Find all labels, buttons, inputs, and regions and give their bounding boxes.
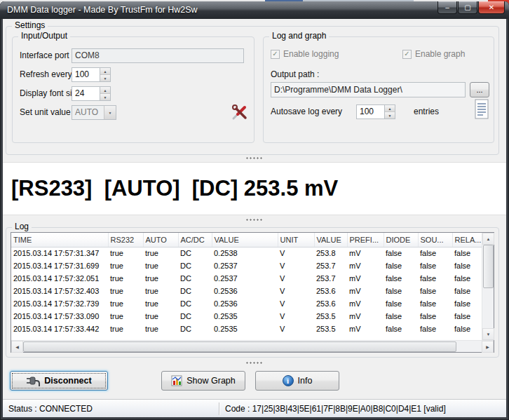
log-cell: 0.2538 — [212, 247, 278, 259]
interface-port-label: Interface port — [20, 48, 69, 63]
connection-status-text: Status : CONNECTED — [8, 404, 93, 414]
log-cell: 2015.03.14 17:57:31.699 — [11, 259, 108, 272]
refresh-rate-spinner[interactable]: 100 ▲ ▼ — [72, 67, 111, 82]
log-column-header[interactable]: AUTO — [143, 233, 178, 247]
log-cell: mV — [347, 323, 384, 335]
log-column-header[interactable]: AC/DC — [178, 233, 212, 247]
browse-button[interactable]: ... — [470, 82, 489, 97]
spin-down-button[interactable]: ▼ — [100, 75, 110, 81]
log-column-header[interactable]: PREFI... — [347, 233, 384, 247]
font-size-value[interactable]: 24 — [72, 86, 100, 101]
unit-value-combo[interactable]: AUTO ▼ — [72, 105, 116, 120]
spin-up-button[interactable]: ▲ — [385, 105, 395, 112]
log-cell: false — [452, 310, 482, 323]
log-cell: V — [278, 247, 314, 259]
close-button[interactable]: ✕ — [478, 1, 505, 14]
log-cell: 2015.03.14 17:57:32.051 — [11, 272, 108, 285]
output-path-field[interactable]: D:\Programme\DMM Data Logger\ — [271, 82, 466, 97]
refresh-rate-value[interactable]: 100 — [72, 67, 100, 82]
log-cell: 253.6 — [314, 285, 347, 297]
spinner-buttons: ▲ ▼ — [100, 67, 111, 82]
log-column-header[interactable]: VALUE — [314, 233, 347, 247]
disconnect-button[interactable]: Disconnect — [10, 371, 108, 391]
show-graph-button[interactable]: Show Graph — [161, 371, 245, 391]
show-graph-button-label: Show Graph — [186, 376, 235, 386]
scroll-right-button[interactable]: ▶ — [482, 341, 494, 353]
log-cell: true — [143, 247, 178, 259]
table-row[interactable]: 2015.03.14 17:57:31.699truetrueDC0.2537V… — [11, 259, 482, 272]
log-column-header[interactable]: SOU... — [418, 233, 452, 247]
log-graph-group: Log and graph ✓ Enable logging ✓ Enable … — [263, 36, 494, 143]
horizontal-scrollbar[interactable]: ◀ ▶ — [11, 340, 494, 352]
log-cell: false — [452, 297, 482, 310]
log-cell: mV — [347, 297, 384, 310]
log-cell: false — [384, 259, 418, 272]
scroll-down-icon: ▼ — [487, 332, 491, 337]
log-cell: 2015.03.14 17:57:33.442 — [11, 323, 108, 335]
log-cell: 253.7 — [314, 272, 347, 285]
vertical-scrollbar[interactable]: ▲ ▼ — [482, 233, 494, 340]
log-cell: false — [418, 272, 452, 285]
table-row[interactable]: 2015.03.14 17:57:32.739truetrueDC0.2536V… — [11, 297, 482, 310]
combo-dropdown-button[interactable]: ▼ — [104, 106, 116, 119]
log-cell: false — [452, 323, 482, 335]
spin-up-button[interactable]: ▲ — [100, 68, 110, 75]
interface-port-field[interactable]: COM8 — [72, 48, 244, 63]
log-group-label: Log — [12, 222, 32, 231]
titlebar[interactable]: DMM Data logger - Made By TrustFm for Hw… — [0, 1, 509, 19]
log-cell: V — [278, 285, 314, 297]
maximize-button[interactable]: ▢ — [458, 1, 477, 14]
plug-icon — [26, 375, 40, 386]
enable-logging-checkbox[interactable]: ✓ Enable logging — [271, 48, 339, 60]
log-column-header[interactable]: DIODE — [384, 233, 418, 247]
log-cell: true — [143, 310, 178, 323]
table-row[interactable]: 2015.03.14 17:57:33.090truetrueDC0.2535V… — [11, 310, 482, 323]
splitter-handle[interactable] — [3, 217, 506, 222]
log-column-header[interactable]: UNIT — [278, 233, 314, 247]
autosave-value[interactable]: 100 — [356, 104, 384, 119]
spin-down-button[interactable]: ▼ — [385, 112, 395, 118]
minimize-button[interactable]: – — [437, 1, 457, 14]
enable-graph-checkbox[interactable]: ✓ Enable graph — [402, 48, 465, 60]
entries-label: entries — [414, 104, 439, 119]
client-area: Settings Input/Output Interface port COM… — [3, 19, 506, 417]
log-cell: true — [108, 310, 143, 323]
chevron-down-icon: ▼ — [109, 111, 112, 115]
spin-up-button[interactable]: ▲ — [100, 87, 110, 94]
spinner-buttons: ▲ ▼ — [100, 86, 111, 101]
table-row[interactable]: 2015.03.14 17:57:32.403truetrueDC0.2536V… — [11, 285, 482, 297]
scroll-up-button[interactable]: ▲ — [482, 233, 494, 245]
spin-down-button[interactable]: ▼ — [100, 94, 110, 100]
info-button[interactable]: i Info — [255, 371, 339, 391]
log-cell: true — [108, 259, 143, 272]
log-cell: false — [452, 247, 482, 259]
log-cell: DC — [178, 285, 212, 297]
table-row[interactable]: 2015.03.14 17:57:32.051truetrueDC0.2537V… — [11, 272, 482, 285]
tools-icon[interactable] — [231, 104, 248, 121]
checkbox-check-icon: ✓ — [271, 50, 280, 59]
font-size-spinner[interactable]: 24 ▲ ▼ — [72, 86, 111, 101]
log-column-header[interactable]: RS232 — [108, 233, 143, 247]
disconnect-button-label: Disconnect — [44, 376, 91, 386]
log-cell: 0.2535 — [212, 323, 278, 335]
splitter-handle[interactable] — [3, 155, 506, 161]
scroll-down-button[interactable]: ▼ — [482, 328, 494, 340]
horizontal-scroll-thumb[interactable] — [23, 341, 456, 352]
log-cell: 2015.03.14 17:57:33.090 — [11, 310, 108, 323]
autosave-spinner[interactable]: 100 ▲ ▼ — [356, 104, 395, 119]
vertical-scroll-thumb[interactable] — [483, 245, 494, 288]
log-cell: V — [278, 310, 314, 323]
measurement-display: [RS233] [AUTO] [DC] 253.5 mV — [3, 162, 506, 215]
log-column-header[interactable]: TIME — [11, 233, 108, 247]
table-row[interactable]: 2015.03.14 17:57:33.442truetrueDC0.2535V… — [11, 323, 482, 335]
log-column-header[interactable]: RELA... — [452, 233, 482, 247]
log-cell: 0.2536 — [212, 285, 278, 297]
scroll-left-button[interactable]: ◀ — [11, 341, 23, 353]
close-icon: ✕ — [489, 4, 494, 11]
log-notes-icon[interactable] — [474, 99, 489, 120]
log-column-header[interactable]: VALUE — [212, 233, 278, 247]
log-cell: 0.2535 — [212, 310, 278, 323]
table-row[interactable]: 2015.03.14 17:57:31.347truetrueDC0.2538V… — [11, 247, 482, 259]
scroll-up-icon: ▲ — [487, 237, 491, 241]
splitter-handle[interactable] — [3, 360, 506, 365]
